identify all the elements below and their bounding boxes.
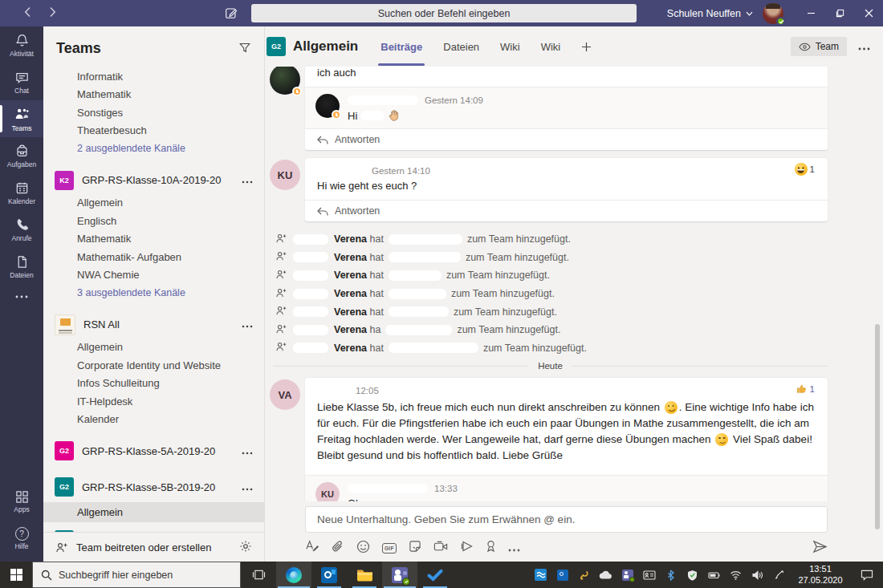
team-more-icon[interactable] bbox=[242, 481, 253, 493]
new-chat-icon[interactable] bbox=[224, 6, 238, 23]
rail-item-teams[interactable]: Teams bbox=[0, 100, 43, 137]
sidebar-team[interactable]: K2 GRP-RS-Klasse-10A-2019-20 bbox=[43, 167, 264, 194]
emoji-icon[interactable] bbox=[356, 540, 370, 557]
rail-item-calendar[interactable]: Kalender bbox=[0, 174, 43, 211]
rail-item-chat[interactable]: Chat bbox=[0, 63, 43, 100]
close-button[interactable] bbox=[854, 0, 883, 26]
sidebar-team[interactable]: RSN All bbox=[43, 311, 264, 339]
tray-defender-icon[interactable] bbox=[682, 570, 703, 581]
tab-wiki-2[interactable]: Wiki bbox=[541, 26, 561, 67]
sidebar-channel-selected[interactable]: Allgemein bbox=[43, 502, 264, 522]
taskbar-app-explorer[interactable] bbox=[347, 562, 382, 588]
team-more-icon[interactable] bbox=[242, 445, 253, 457]
taskbar-search-input[interactable] bbox=[59, 570, 219, 581]
back-icon[interactable] bbox=[24, 6, 31, 21]
maximize-button[interactable] bbox=[825, 0, 854, 26]
sidebar-channel[interactable]: Infos Schulleitung bbox=[43, 375, 264, 393]
sticker-icon[interactable] bbox=[409, 540, 421, 556]
tray-waves-app-icon[interactable] bbox=[530, 569, 551, 581]
sidebar-channel[interactable]: IT-Helpdesk bbox=[43, 392, 264, 411]
sidebar-channel[interactable]: Allgemein bbox=[43, 339, 264, 357]
team-more-icon[interactable] bbox=[242, 174, 253, 186]
rail-more-icon[interactable] bbox=[0, 285, 43, 309]
team-more-icon[interactable] bbox=[242, 318, 253, 330]
action-center-button[interactable] bbox=[851, 570, 883, 581]
scrollbar[interactable] bbox=[875, 324, 880, 529]
reply-button[interactable]: Antworten bbox=[305, 128, 828, 150]
rail-item-assignments[interactable]: Aufgaben bbox=[0, 137, 43, 174]
tab-dateien[interactable]: Dateien bbox=[443, 26, 479, 67]
sidebar-channel[interactable]: Informatik bbox=[43, 67, 264, 86]
avatar[interactable] bbox=[315, 94, 340, 118]
sidebar-team[interactable]: G2 GRP-RS-Klasse-5A-2019-20 bbox=[43, 437, 264, 464]
rail-item-files[interactable]: Dateien bbox=[0, 248, 43, 285]
message-list[interactable]: ich auch Gestern 14:09 bbox=[265, 67, 883, 501]
new-message-input[interactable] bbox=[305, 506, 828, 533]
sidebar-channel[interactable]: Kalender bbox=[43, 411, 264, 429]
rail-item-help[interactable]: ? Hilfe bbox=[0, 520, 43, 557]
taskbar-clock[interactable]: 13:51 27.05.2020 bbox=[790, 564, 851, 586]
hidden-channels-link[interactable]: 2 ausgeblendete Kanäle bbox=[43, 140, 264, 158]
avatar[interactable]: KU bbox=[270, 160, 300, 190]
settings-gear-icon[interactable] bbox=[239, 540, 252, 555]
avatar[interactable]: VA bbox=[270, 379, 300, 410]
taskbar-app-todo[interactable] bbox=[417, 562, 453, 588]
tray-id-card-icon[interactable] bbox=[638, 570, 660, 580]
praise-icon[interactable] bbox=[486, 540, 496, 556]
sidebar-team[interactable]: G2 GRP-RS-Klasse-5C-2019-20 bbox=[43, 526, 264, 532]
reaction-badge[interactable]: 1 bbox=[796, 383, 815, 395]
sidebar-channel[interactable]: Corporate Identity und Website bbox=[43, 356, 264, 375]
sidebar-channel[interactable]: Mathematik- Aufgaben bbox=[43, 248, 264, 266]
minimize-button[interactable] bbox=[796, 0, 825, 26]
tray-wifi-icon[interactable] bbox=[725, 570, 747, 580]
sidebar-channel[interactable]: NWA Chemie bbox=[43, 266, 264, 285]
hidden-channels-link[interactable]: 3 ausgeblendete Kanäle bbox=[43, 284, 264, 302]
sidebar-channel[interactable]: Sonstiges bbox=[43, 103, 264, 122]
tray-bluetooth-icon[interactable] bbox=[660, 570, 682, 581]
avatar[interactable]: KU bbox=[315, 482, 340, 501]
filter-icon[interactable] bbox=[238, 41, 251, 57]
gif-icon[interactable]: GIF bbox=[382, 543, 397, 554]
forward-icon[interactable] bbox=[49, 6, 56, 21]
tray-outlook-icon[interactable] bbox=[551, 570, 573, 581]
tray-pen-icon[interactable] bbox=[768, 570, 790, 580]
tray-battery-icon[interactable] bbox=[703, 571, 725, 579]
attach-icon[interactable] bbox=[332, 540, 344, 557]
tray-volume-icon[interactable] bbox=[747, 570, 768, 580]
start-button[interactable] bbox=[0, 562, 32, 588]
channel-more-icon[interactable] bbox=[858, 39, 870, 54]
rail-item-activity[interactable]: Aktivität bbox=[0, 26, 43, 63]
rail-item-calls[interactable]: Anrufe bbox=[0, 211, 43, 248]
meet-now-icon[interactable] bbox=[433, 541, 449, 556]
account-menu[interactable]: Schulen Neuffen bbox=[667, 8, 753, 19]
add-tab-icon[interactable] bbox=[581, 26, 592, 67]
format-icon[interactable] bbox=[305, 540, 319, 556]
sidebar-channel[interactable]: Mathematik bbox=[43, 86, 264, 104]
taskbar-search[interactable] bbox=[32, 562, 241, 588]
avatar[interactable] bbox=[270, 67, 300, 95]
sidebar-team[interactable]: G2 GRP-RS-Klasse-5B-2019-20 bbox=[43, 473, 264, 501]
taskbar-app-edge[interactable] bbox=[276, 562, 311, 588]
send-button[interactable] bbox=[812, 540, 828, 557]
taskbar-app-teams[interactable] bbox=[382, 562, 417, 588]
command-search-input[interactable] bbox=[251, 4, 637, 22]
sidebar-channel[interactable]: Mathematik bbox=[43, 230, 264, 249]
compose-more-icon[interactable] bbox=[508, 541, 520, 555]
avatar[interactable] bbox=[763, 3, 783, 24]
tray-pin-icon[interactable] bbox=[573, 570, 595, 581]
tray-onedrive-icon[interactable] bbox=[595, 570, 616, 579]
sidebar-channel[interactable]: Allgemein bbox=[43, 194, 264, 213]
rail-item-apps[interactable]: Apps bbox=[0, 483, 43, 520]
join-create-team[interactable]: Team beitreten oder erstellen bbox=[43, 532, 264, 562]
reply-button[interactable]: Antworten bbox=[305, 200, 828, 221]
tray-teams-icon[interactable] bbox=[616, 570, 638, 581]
task-view-button[interactable] bbox=[241, 562, 276, 588]
tab-beitraege[interactable]: Beiträge bbox=[380, 26, 422, 67]
stream-icon[interactable] bbox=[461, 540, 474, 556]
sidebar-channel[interactable]: Theaterbesuch bbox=[43, 122, 264, 140]
taskbar-app-outlook[interactable] bbox=[311, 562, 347, 588]
sidebar-channel[interactable]: Englisch bbox=[43, 212, 264, 230]
team-privacy-button[interactable]: Team bbox=[791, 37, 847, 56]
tab-wiki-1[interactable]: Wiki bbox=[500, 26, 520, 67]
reaction-badge[interactable]: 1 bbox=[795, 163, 815, 176]
